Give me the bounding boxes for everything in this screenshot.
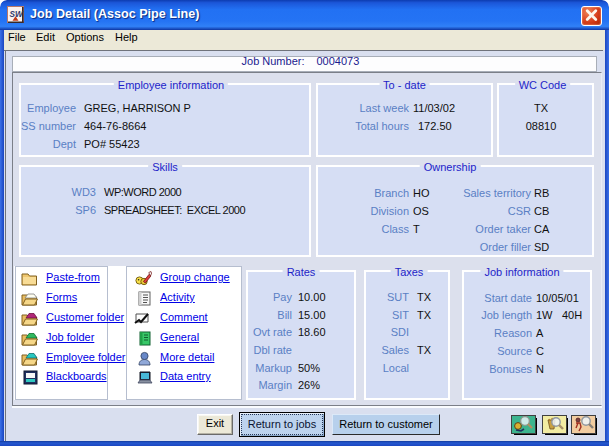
- svg-text:SW: SW: [10, 10, 24, 19]
